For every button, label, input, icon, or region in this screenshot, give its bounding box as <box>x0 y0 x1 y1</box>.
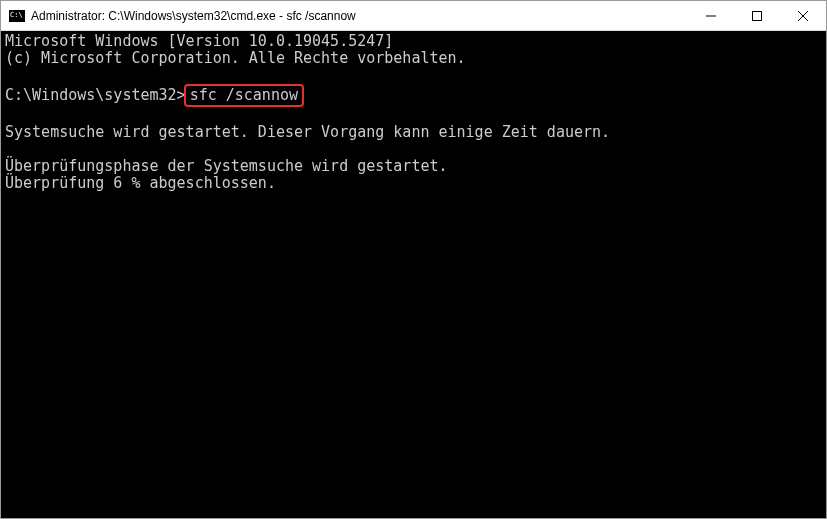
window-controls <box>688 1 826 30</box>
version-line: Microsoft Windows [Version 10.0.19045.52… <box>5 32 393 50</box>
command-text: sfc /scannow <box>190 86 298 104</box>
maximize-button[interactable] <box>734 1 780 30</box>
svg-rect-1 <box>753 11 762 20</box>
terminal-output[interactable]: Microsoft Windows [Version 10.0.19045.52… <box>1 31 826 518</box>
window-title: Administrator: C:\Windows\system32\cmd.e… <box>31 9 688 23</box>
copyright-line: (c) Microsoft Corporation. Alle Rechte v… <box>5 49 466 67</box>
window-titlebar: Administrator: C:\Windows\system32\cmd.e… <box>1 1 826 31</box>
close-button[interactable] <box>780 1 826 30</box>
cmd-icon <box>9 10 25 22</box>
minimize-button[interactable] <box>688 1 734 30</box>
command-prompt: C:\Windows\system32> <box>5 86 186 104</box>
progress-line: Überprüfung 6 % abgeschlossen. <box>5 174 276 192</box>
scan-start-line: Systemsuche wird gestartet. Dieser Vorga… <box>5 123 610 141</box>
verification-phase-line: Überprüfungsphase der Systemsuche wird g… <box>5 157 448 175</box>
highlighted-command: sfc /scannow <box>184 84 304 107</box>
